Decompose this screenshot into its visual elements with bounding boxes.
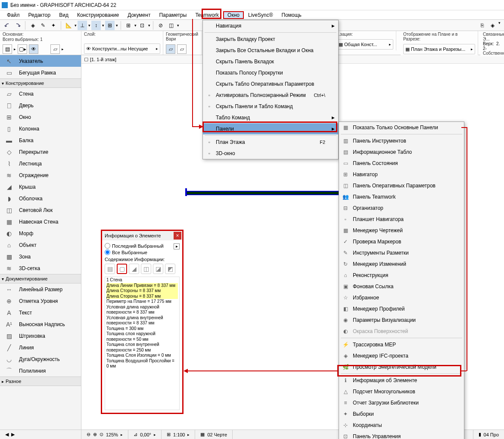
redo-button[interactable] bbox=[13, 21, 22, 30]
menu-item[interactable]: Табло Команд▶ bbox=[203, 112, 338, 123]
submenu-item[interactable]: ▦Показать Только Основные Панели bbox=[339, 122, 464, 133]
chevron-icon[interactable]: ▸ bbox=[154, 433, 156, 437]
submenu-item[interactable]: ▥Панель Инструментов bbox=[339, 135, 464, 146]
tool-window[interactable]: ⊞Окно bbox=[0, 111, 81, 123]
submenu-item[interactable]: ◉Параметры Визуализации bbox=[339, 314, 464, 326]
menu-item[interactable]: Навигация▶ bbox=[203, 20, 338, 31]
tool-roof[interactable]: ◢Крыша bbox=[0, 181, 81, 193]
group-document[interactable]: ▾Документирование bbox=[0, 274, 81, 283]
menu-item[interactable]: Закрыть Вкладку Проект bbox=[203, 34, 338, 45]
pick-button[interactable]: ◈ bbox=[28, 21, 37, 30]
submenu-item[interactable]: △Подсчет Многоугольников bbox=[339, 386, 464, 397]
menu-window[interactable]: Окно bbox=[223, 11, 244, 19]
tool-slab[interactable]: ◇Перекрытие bbox=[0, 146, 81, 158]
struct-dropdown[interactable]: ▦ Общая Конст... ▸ bbox=[336, 39, 393, 50]
tool-curtain[interactable]: ▦Навесная Стена bbox=[0, 216, 81, 227]
element-info-palette[interactable]: Информация о Элементе × Последний Выбран… bbox=[101, 230, 184, 414]
close-button[interactable]: × bbox=[174, 232, 181, 240]
submenu-item[interactable]: ◈Менеджер IFC-проекта bbox=[339, 350, 464, 361]
dropdown-icon[interactable]: ▾ bbox=[148, 23, 150, 28]
submenu-item[interactable]: ▦Менеджер Чертежей bbox=[339, 225, 464, 236]
submenu-item[interactable]: ▣Фоновая Ссылка bbox=[339, 281, 464, 292]
scale-value[interactable]: 1:100 bbox=[173, 432, 185, 437]
submenu-item[interactable]: 👥Панель Teamwork bbox=[339, 191, 464, 202]
dropdown-icon[interactable]: ▾ bbox=[498, 21, 501, 30]
tool-level[interactable]: ⊕Отметка Уровня bbox=[0, 295, 81, 307]
next-icon[interactable]: ▶ bbox=[11, 432, 15, 437]
submenu-item[interactable]: ≡Отчет Загрузки Библиотеки bbox=[339, 397, 464, 408]
prev-icon[interactable]: ◀ bbox=[5, 432, 9, 437]
dropdown-icon[interactable]: ▾ bbox=[115, 23, 118, 28]
layer-combo[interactable]: 02 Черте bbox=[207, 432, 227, 437]
submenu-item[interactable]: ◫Панель Оперативных Параметров bbox=[339, 180, 464, 191]
submenu-item[interactable]: ▫Планшет Навигатора bbox=[339, 214, 464, 225]
tab-size-icon[interactable]: ▢ bbox=[117, 264, 127, 274]
submenu-item[interactable]: ⌂Реконструкция bbox=[339, 270, 464, 281]
wall-type-icon[interactable]: ▱ bbox=[50, 44, 60, 54]
tool-wall[interactable]: ▱Стена bbox=[0, 88, 81, 100]
display-dropdown[interactable]: ▦ План Этажа и Разрезы... ▸ bbox=[403, 44, 475, 54]
guide1-button[interactable]: ⊥ bbox=[78, 21, 87, 30]
menu-item[interactable]: Скрыть Табло Оперативных Параметров bbox=[203, 78, 338, 90]
tool-dim[interactable]: ↔Линейный Размер bbox=[0, 283, 81, 295]
tab-vol-icon[interactable]: ◪ bbox=[153, 264, 163, 274]
tool-arc[interactable]: ◡Дуга/Окружность bbox=[0, 353, 81, 365]
menu-file[interactable]: Файл bbox=[3, 11, 24, 19]
sel-arrow-button[interactable]: ▢▸ bbox=[18, 44, 27, 54]
menu-item[interactable]: Скрыть Панель Вкладок bbox=[203, 56, 338, 67]
menu-document[interactable]: Документ bbox=[123, 11, 155, 19]
dropdown-icon[interactable]: ▾ bbox=[177, 23, 179, 28]
radio-last-selected[interactable]: Последний Выбранный bbox=[105, 243, 164, 249]
dropdown-icon[interactable]: ▸ bbox=[62, 47, 64, 51]
group-design[interactable]: ▾Конструирование bbox=[0, 78, 81, 88]
dropdown-icon[interactable]: ▾ bbox=[102, 23, 104, 28]
chevron-icon[interactable]: ▸ bbox=[121, 433, 123, 437]
tool-line[interactable]: ╱Линия bbox=[0, 342, 81, 353]
submenu-item[interactable]: ⊡Панель Управления bbox=[339, 431, 464, 439]
submenu-item[interactable]: 🌿Просмотр Энергетической Модели bbox=[339, 361, 464, 373]
tool-hatch[interactable]: ▨Штриховка bbox=[0, 330, 81, 342]
radio-all-selected[interactable]: Все Выбранные bbox=[105, 249, 180, 255]
fit-icon[interactable]: ⊙ bbox=[100, 432, 103, 437]
submenu-item[interactable]: ⚡Трассировка MEP bbox=[339, 339, 464, 350]
dropdown-icon[interactable]: ▸ bbox=[14, 47, 16, 51]
submenu-item[interactable]: ◧Менеджер Профилей bbox=[339, 303, 464, 314]
chevron-icon[interactable]: ▸ bbox=[187, 433, 190, 437]
submenu-item[interactable]: ▤Информационное Табло bbox=[339, 146, 464, 158]
tool-polyline[interactable]: ⌒Полилиния bbox=[0, 365, 81, 377]
layout-value[interactable]: 04 Про bbox=[484, 432, 499, 437]
tool-column[interactable]: ▯Колонна bbox=[0, 123, 81, 134]
align-button[interactable]: ⊡ bbox=[137, 21, 147, 30]
measure-button[interactable]: 📐 bbox=[64, 21, 73, 30]
picker-button[interactable]: ✎ bbox=[38, 21, 48, 30]
canvas-tab-label[interactable]: [1. 1-й этаж] bbox=[90, 57, 116, 62]
filter-button[interactable]: ▤ bbox=[3, 44, 12, 54]
element-info-titlebar[interactable]: Информация о Элементе × bbox=[102, 231, 182, 240]
geom-opt1-button[interactable]: ▱ bbox=[166, 44, 175, 54]
submenu-item[interactable]: ✦Выборки bbox=[339, 408, 464, 420]
menu-item[interactable]: ▫3D-окно bbox=[203, 148, 338, 159]
options-button[interactable]: ▸ bbox=[174, 243, 180, 249]
submenu-item[interactable]: ⊹Координаты bbox=[339, 420, 464, 431]
tool-shell[interactable]: ◗Оболочка bbox=[0, 193, 81, 204]
menu-item[interactable]: ▫Скрыть Панели и Табло Команд bbox=[203, 101, 338, 112]
tool-door[interactable]: ⎕Дверь bbox=[0, 100, 81, 111]
layer-dropdown[interactable]: 👁 Конструкти...ны Несущие ▸ bbox=[84, 44, 160, 54]
snap-button[interactable]: ⊞ bbox=[105, 21, 115, 30]
submenu-item[interactable]: ⊟Организатор bbox=[339, 202, 464, 214]
menu-edit[interactable]: Редактор bbox=[24, 11, 55, 19]
menu-help[interactable]: Помощь bbox=[277, 11, 306, 19]
tool-object[interactable]: ⌂Объект bbox=[0, 239, 81, 251]
zoom-in-icon[interactable]: ⊕ bbox=[93, 432, 97, 437]
undo-button[interactable] bbox=[3, 21, 12, 30]
menu-teamwork[interactable]: Teamwork bbox=[191, 11, 223, 19]
submenu-item[interactable]: ▭Панель Состояния bbox=[339, 158, 464, 169]
menu-item[interactable]: Показать Полосу Прокрутки bbox=[203, 67, 338, 78]
submenu-item[interactable]: ⊞Навигатор bbox=[339, 169, 464, 180]
sel-eye-button[interactable]: 👁 bbox=[29, 44, 38, 54]
menu-item[interactable]: ▫План ЭтажаF2 bbox=[203, 137, 338, 148]
angle-value[interactable]: 0,00° bbox=[140, 432, 151, 437]
tab-3d-icon[interactable]: ◫ bbox=[141, 264, 151, 274]
tab-custom-icon[interactable]: ◩ bbox=[165, 264, 175, 274]
zoom-value[interactable]: 125% bbox=[106, 432, 118, 437]
